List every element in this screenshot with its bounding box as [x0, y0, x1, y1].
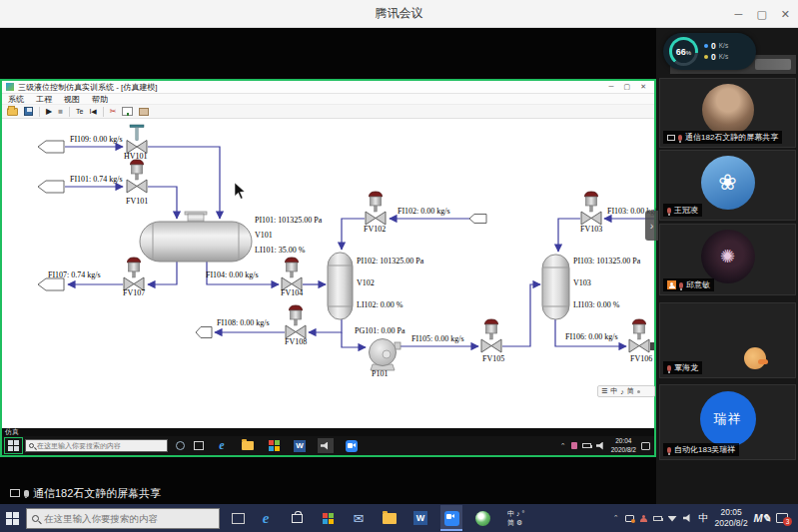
- handwriting-ime-icon[interactable]: M✎: [754, 512, 770, 525]
- volume-app-icon[interactable]: [318, 438, 334, 453]
- app-titlebar: 三级液位控制仿真实训系统 - [仿真建模] ─ ▢ ✕: [2, 81, 654, 94]
- download-unit: K/s: [719, 54, 728, 61]
- valve-hv101[interactable]: [127, 125, 147, 154]
- battery-icon[interactable]: [653, 516, 662, 521]
- mail-icon[interactable]: ✉: [348, 505, 370, 531]
- valve-fv106[interactable]: [629, 319, 649, 352]
- shared-clock[interactable]: 20:04 2020/8/2: [611, 437, 636, 453]
- maximize-button[interactable]: ▢: [756, 8, 766, 21]
- task-view-icon[interactable]: [194, 441, 204, 450]
- stop-icon[interactable]: ■: [58, 108, 63, 116]
- mic-icon: [24, 490, 29, 497]
- shared-screen-region: 三级液位控制仿真实训系统 - [仿真建模] ─ ▢ ✕ 系统 工程 视图 帮助 …: [0, 79, 656, 457]
- edge-icon[interactable]: e: [214, 438, 230, 453]
- task-view-icon[interactable]: [232, 513, 245, 524]
- participant-tile-5[interactable]: 瑞祥 自动化183吴瑞祥: [659, 384, 796, 460]
- file-explorer-icon[interactable]: [240, 438, 256, 453]
- shared-search-input[interactable]: [37, 442, 157, 449]
- save-icon[interactable]: [24, 107, 33, 116]
- stream-flag-fi101: [38, 181, 64, 193]
- avatar: [702, 84, 754, 136]
- ime-simplified[interactable]: 简: [627, 386, 634, 396]
- shared-ime-bar[interactable]: ☰ 中 ♪ 简: [597, 385, 655, 397]
- ime-status-bar[interactable]: 中 ♪ ° 简 ⚙: [507, 510, 524, 526]
- minimize-button[interactable]: ─: [735, 8, 743, 20]
- menu-project[interactable]: 工程: [36, 94, 52, 105]
- app-close-button[interactable]: ✕: [640, 83, 646, 91]
- system-monitor-widget[interactable]: 66% 0K/s 0K/s: [663, 33, 756, 70]
- ime-menu-icon[interactable]: ☰: [601, 387, 607, 395]
- ime-lang-zh[interactable]: 中: [507, 510, 514, 517]
- ime-indicator[interactable]: 中: [699, 511, 709, 525]
- browser-ball-icon[interactable]: [471, 505, 493, 531]
- screenshot-tray-icon[interactable]: [625, 515, 634, 522]
- speaker-icon[interactable]: [596, 442, 606, 450]
- participant-tile-4[interactable]: 覃海龙: [659, 302, 796, 378]
- shared-taskbar: e W ⌃ 20:04 2020/8/2: [2, 436, 654, 455]
- gauge-unit: %: [686, 50, 691, 56]
- cortana-icon[interactable]: [176, 441, 185, 450]
- stream-flag-fi108: [196, 327, 212, 338]
- participant-tile-3[interactable]: ✺ 邱意敏: [659, 224, 796, 295]
- taskbar-search-input[interactable]: [44, 513, 209, 524]
- app-maximize-button[interactable]: ▢: [624, 83, 631, 91]
- app-grid-icon[interactable]: [317, 505, 339, 531]
- ime-simplified[interactable]: 简: [507, 519, 514, 526]
- level-label-li101: LI101: 35.00 %: [255, 247, 305, 256]
- pump-p101[interactable]: [370, 339, 401, 371]
- action-center-icon[interactable]: [641, 442, 650, 450]
- close-button[interactable]: ✕: [781, 8, 790, 21]
- pump-label-p101: P101: [372, 370, 388, 379]
- valve-fv108[interactable]: [286, 305, 306, 338]
- speaker-icon[interactable]: [683, 514, 693, 522]
- shared-start-button[interactable]: [5, 438, 22, 453]
- edge-icon[interactable]: e: [255, 505, 277, 531]
- trend-chart-icon[interactable]: [122, 107, 133, 116]
- ime-lang-zh[interactable]: 中: [610, 386, 617, 396]
- open-icon[interactable]: [7, 108, 18, 116]
- ime-settings-icon[interactable]: [637, 390, 640, 393]
- meeting-app-icon[interactable]: [440, 505, 462, 531]
- tray-expand-icon[interactable]: ⌃: [613, 514, 619, 522]
- word-icon[interactable]: W: [409, 505, 431, 531]
- report-icon[interactable]: [139, 108, 149, 116]
- ime-voice-icon[interactable]: ♪: [620, 388, 624, 395]
- run-icon[interactable]: ▶: [46, 108, 52, 116]
- valve-fv103[interactable]: [581, 192, 601, 225]
- meeting-app-icon[interactable]: [344, 438, 360, 453]
- memory-gauge: 66%: [669, 37, 698, 66]
- shared-search-box[interactable]: [25, 439, 168, 452]
- app-grid-icon[interactable]: [266, 438, 282, 453]
- action-center-icon[interactable]: 3: [776, 513, 788, 523]
- mic-icon: [667, 447, 671, 453]
- avatar: ✺: [701, 230, 755, 283]
- valve-fv107[interactable]: [124, 258, 144, 290]
- cut-icon[interactable]: ✂: [110, 108, 117, 116]
- taskbar-search-box[interactable]: [26, 508, 220, 529]
- app-minimize-button[interactable]: ─: [609, 83, 614, 91]
- taskbar-clock[interactable]: 20:05 2020/8/2: [715, 507, 748, 529]
- valve-fv102[interactable]: [366, 192, 386, 225]
- valve-fv101[interactable]: [127, 160, 147, 193]
- level-label-li102: LI102: 0.00 %: [357, 301, 402, 310]
- sidebar-collapse-tab[interactable]: ›: [645, 211, 658, 241]
- tray-expand-icon[interactable]: ⌃: [560, 442, 566, 450]
- participant-tile-2[interactable]: ❀ 王冠凌: [659, 150, 796, 221]
- step-tool-icon[interactable]: I◀: [89, 108, 96, 115]
- word-icon[interactable]: W: [292, 438, 308, 453]
- menu-view[interactable]: 视图: [64, 94, 80, 105]
- tray-app-icon[interactable]: [571, 442, 577, 449]
- te-tool-icon[interactable]: Te: [76, 108, 83, 115]
- wifi-icon[interactable]: [668, 515, 677, 522]
- participant-tile-1[interactable]: 通信182石文静的屏幕共享: [659, 78, 796, 148]
- file-explorer-icon[interactable]: [379, 505, 400, 531]
- valve-fv105[interactable]: [481, 319, 501, 352]
- share-banner-text: 通信182石文静的屏幕共享: [33, 486, 161, 501]
- valve-fv104[interactable]: [282, 258, 302, 290]
- menu-system[interactable]: 系统: [8, 94, 24, 105]
- start-button[interactable]: [0, 504, 24, 532]
- battery-icon[interactable]: [582, 443, 591, 448]
- store-icon[interactable]: [286, 505, 308, 531]
- contact-tray-icon[interactable]: [640, 515, 647, 522]
- menu-help[interactable]: 帮助: [92, 94, 108, 105]
